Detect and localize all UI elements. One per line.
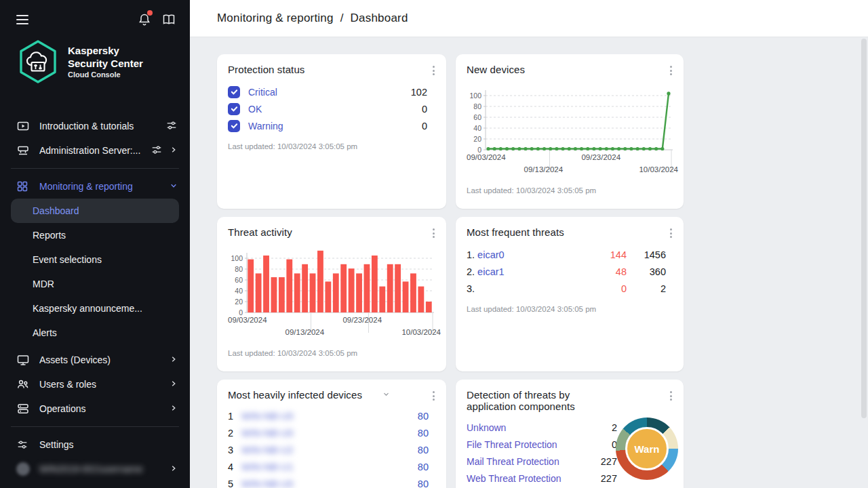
device-rank: 5: [228, 479, 237, 488]
device-count-link[interactable]: 80: [418, 445, 429, 455]
new-devices-card: New devices 02040608010009/03/202409/13/…: [456, 54, 684, 209]
status-link[interactable]: Warning: [248, 121, 283, 131]
x-axis-label: 10/03/2024: [401, 328, 441, 336]
svg-text:20: 20: [473, 135, 481, 143]
svg-text:0: 0: [239, 308, 243, 317]
sidebar-item-label: Operations: [39, 403, 170, 414]
topbar: Monitoring & reporting/Dashboard: [190, 0, 868, 37]
device-row: 2 WIN-NB-U0 80: [228, 424, 435, 441]
checkbox-checked[interactable]: [228, 103, 240, 115]
x-axis-label: 09/13/2024: [524, 165, 564, 174]
device-count-link[interactable]: 80: [418, 428, 429, 439]
device-name-blurred[interactable]: WIN-NB-U0: [241, 411, 294, 422]
sidebar-item-assets-devices[interactable]: Assets (Devices): [0, 348, 190, 372]
kaspersky-hexagon-cloud-icon: [16, 39, 60, 84]
kebab-menu-icon[interactable]: [427, 226, 439, 240]
sidebar-item-administration-server[interactable]: Administration Server:...: [0, 138, 190, 163]
chevron-right-icon[interactable]: [170, 464, 178, 474]
sidebar-item-label: Assets (Devices): [39, 354, 170, 365]
sidebar-item-dashboard[interactable]: Dashboard: [11, 199, 179, 223]
x-axis-label: 09/03/2024: [228, 316, 267, 324]
threat-count-total: 1456: [627, 249, 666, 260]
threat-rank: 3.: [467, 283, 475, 294]
title-dropdown-chevron-icon[interactable]: [382, 390, 390, 399]
threat-name-link[interactable]: eicar0: [477, 249, 505, 260]
status-row: Warning 0: [228, 117, 435, 134]
kebab-menu-icon[interactable]: [427, 64, 439, 77]
sidebar-item-users-roles[interactable]: Users & roles: [0, 372, 190, 396]
sidebar-divider: [11, 426, 179, 427]
device-name-blurred[interactable]: WIN-NB-U0: [241, 428, 294, 439]
kebab-menu-icon[interactable]: [427, 389, 439, 403]
account-name-blurred: WIN2019-001\username: [39, 464, 170, 474]
status-link[interactable]: Critical: [248, 87, 277, 98]
device-count-link[interactable]: 80: [418, 462, 429, 472]
breadcrumb-section[interactable]: Monitoring & reporting: [217, 12, 334, 24]
sidebar-item-mdr[interactable]: MDR: [0, 272, 190, 296]
tune-icon[interactable]: [151, 144, 163, 158]
component-link[interactable]: Unknown: [467, 422, 506, 433]
component-value: 227: [601, 456, 617, 467]
sidebar-item-event-selections[interactable]: Event selections: [0, 247, 190, 272]
sidebar-item-operations[interactable]: Operations: [0, 396, 190, 421]
threat-activity-card: Threat activity 02040608010009/03/202409…: [217, 217, 446, 371]
kebab-menu-icon[interactable]: [665, 64, 677, 77]
checkbox-checked[interactable]: [228, 86, 240, 98]
checkbox-checked[interactable]: [228, 120, 240, 132]
svg-text:0: 0: [477, 146, 481, 154]
device-row: 3 WIN-NB-U2 80: [228, 441, 435, 458]
device-row: 5 WIN-NB-U0 80: [228, 475, 435, 488]
new-devices-line-chart: 02040608010009/03/202409/13/202409/23/20…: [467, 85, 673, 186]
device-name-blurred[interactable]: WIN-NB-U0: [241, 479, 294, 488]
threat-name-link[interactable]: eicar1: [477, 266, 505, 277]
svg-text:20: 20: [235, 298, 243, 306]
threat-components-card: Detection of threats by application comp…: [456, 380, 684, 488]
kaspersky-logo: Kaspersky Security Center Cloud Console: [0, 27, 190, 84]
sidebar-item-kaspersky-announcements[interactable]: Kaspersky announceme...: [0, 296, 190, 321]
device-name-blurred[interactable]: WIN-NB-U1: [241, 462, 294, 472]
sidebar-item-reports[interactable]: Reports: [0, 223, 190, 247]
card-title: New devices: [467, 64, 673, 75]
threat-rank: 1.: [467, 249, 475, 260]
component-row: Mail Threat Protection 227: [467, 453, 617, 470]
chevron-right-icon[interactable]: [170, 354, 178, 365]
sidebar-item-account[interactable]: WIN2019-001\username: [0, 457, 190, 481]
kebab-menu-icon[interactable]: [665, 226, 677, 240]
main-content: Monitoring & reporting/Dashboard Protect…: [190, 0, 868, 488]
device-name-blurred[interactable]: WIN-NB-U2: [241, 445, 294, 455]
threat-count-total: 360: [627, 266, 666, 277]
chevron-right-icon[interactable]: [170, 403, 178, 414]
sidebar-item-label: Administration Server:...: [39, 145, 151, 156]
sidebar-nav: Introduction & tutorials Administration …: [0, 114, 190, 481]
svg-text:60: 60: [235, 276, 243, 284]
tune-icon[interactable]: [165, 119, 178, 134]
sidebar-item-label: Monitoring & reporting: [39, 181, 170, 192]
component-link[interactable]: Mail Threat Protection: [467, 456, 559, 467]
vertical-scrollbar[interactable]: [861, 39, 867, 485]
chevron-right-icon[interactable]: [170, 379, 178, 390]
tutorial-screen-icon: [16, 119, 30, 133]
sidebar-item-monitoring-reporting[interactable]: Monitoring & reporting: [0, 174, 190, 199]
x-axis-label: 09/23/2024: [581, 153, 620, 161]
account-avatar: [16, 462, 30, 476]
device-rank: 2: [228, 428, 237, 439]
logo-line2: Security Center: [68, 58, 143, 70]
hamburger-menu-icon[interactable]: [15, 14, 30, 26]
notifications-bell-icon[interactable]: [137, 12, 152, 27]
device-count-link[interactable]: 80: [418, 479, 429, 488]
status-row: Critical 102: [228, 83, 435, 100]
sidebar-item-introduction-tutorials[interactable]: Introduction & tutorials: [0, 114, 190, 138]
scrollbar-thumb[interactable]: [861, 39, 867, 418]
component-link[interactable]: Web Threat Protection: [467, 473, 561, 484]
chevron-down-icon[interactable]: [170, 181, 178, 192]
chevron-right-icon[interactable]: [170, 145, 178, 156]
component-link[interactable]: File Threat Protection: [467, 439, 557, 450]
component-row: Unknown 2: [467, 419, 617, 436]
sidebar-item-alerts[interactable]: Alerts: [0, 321, 190, 345]
threat-rank: 2.: [467, 266, 475, 277]
device-count-link[interactable]: 80: [418, 411, 429, 422]
kebab-menu-icon[interactable]: [665, 389, 677, 403]
status-link[interactable]: OK: [248, 104, 262, 115]
sidebar-item-settings[interactable]: Settings: [0, 432, 190, 457]
documentation-book-icon[interactable]: [161, 12, 176, 27]
